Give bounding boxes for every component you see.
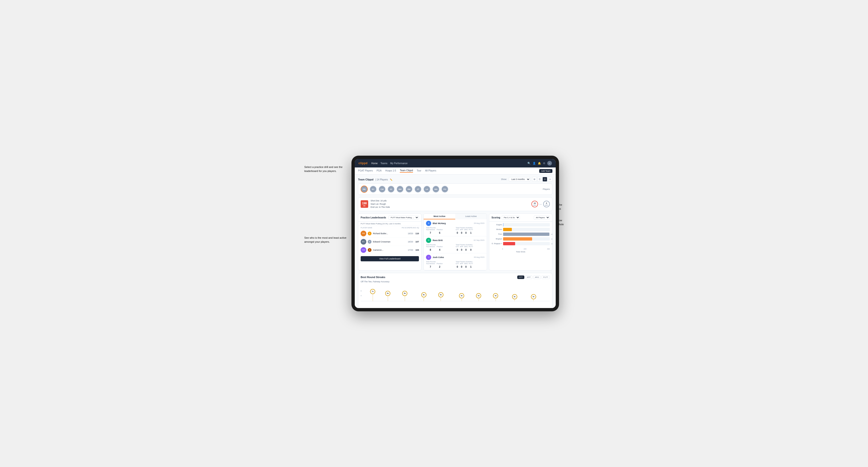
practice-stat-3: Practice2 (437, 263, 442, 269)
bar-track-bogeys: 311 (503, 237, 550, 241)
ott-1: OTT0 (456, 229, 459, 235)
streak-dot-10: 3x (531, 294, 536, 301)
bar-value-doublebogeys: 131 (552, 243, 552, 245)
shot-badge: 198 SC (361, 200, 368, 208)
avatar-6[interactable]: RM (405, 186, 412, 193)
card-view-icon[interactable]: ⊡ (542, 177, 547, 182)
activity-player-header-1: B Blair McHarg 26 Aug 2023 (426, 221, 484, 226)
activity-tabs: Most Active Least Active (424, 214, 487, 219)
streak-dot-3: 6x (402, 291, 407, 301)
avatars-row: RB EC CW JC BM RM JT LK MN PO Players (358, 184, 552, 195)
player-filter[interactable]: All Players (534, 216, 550, 220)
activity-player-header-2: R Rees Britt 02 Sep 2023 (426, 238, 484, 243)
tab-most-active[interactable]: Most Active (424, 214, 455, 219)
player-pb-score: 17/20 (408, 249, 413, 251)
rounds-label-1: Total Rounds (426, 227, 455, 228)
app-1: APP0 (460, 229, 463, 235)
settings-icon[interactable]: ⚙ (543, 162, 545, 165)
arg-2: ARG0 (464, 246, 468, 252)
avatar-3[interactable]: CW (379, 186, 385, 193)
user-avatar[interactable]: U (547, 161, 552, 165)
view-full-leaderboard-button[interactable]: View Full Leaderboard (361, 256, 419, 261)
add-team-button[interactable]: Add Team (539, 169, 552, 173)
ott-3: OTT0 (456, 263, 459, 269)
streak-value-8: 4x (493, 293, 498, 299)
streak-value-5: 5x (438, 292, 443, 298)
activity-player-1: B Blair McHarg 26 Aug 2023 Total Rounds (424, 219, 487, 236)
three-columns: Practice Leaderboards PUTT Must Make Put… (358, 214, 552, 271)
streak-value-4: 5x (421, 292, 427, 298)
activity-player-header-3: J Josh Coles 26 Aug 2023 (426, 255, 484, 260)
scoring-title: Scoring (492, 216, 500, 219)
people-icon[interactable]: 👤 (533, 162, 536, 165)
team-controls: Show: Last 3 months ⊞ ☰ ⊡ ≡ (501, 177, 552, 182)
putt-filter-btn[interactable]: PUTT (541, 276, 550, 279)
scoring-panel: Scoring Par 3, 4 & 5s All Players Eagles (489, 214, 552, 271)
practice-activities-1: Total Practice Activities OTT0 APP0 ARG0… (456, 227, 485, 235)
stats-view-icon[interactable]: ≡ (548, 177, 552, 182)
annotation-top-left: Select a practice drill and see the lead… (304, 165, 349, 173)
bar-row-pars: Pars 499 (492, 232, 550, 236)
activity-stats-1: Total Rounds Tournament 7 Practice (426, 227, 484, 235)
tab-pga[interactable]: PGA (376, 169, 381, 173)
player-name-3: Josh Coles (433, 256, 444, 258)
player-avatar: RB (361, 231, 366, 236)
team-name: Team Clippd (358, 178, 373, 181)
tab-hcaps[interactable]: Hcaps 1-5 (385, 169, 396, 173)
avatar-1[interactable]: RB (361, 186, 368, 193)
drill-select[interactable]: PUTT Must Make Putting ... (389, 216, 419, 220)
bar-fill-bogeys (503, 237, 532, 241)
avatar-2[interactable]: EC (370, 186, 377, 193)
player-name-1: Blair McHarg (433, 222, 446, 224)
arg-filter-btn[interactable]: ARG (533, 276, 540, 279)
nav-home[interactable]: Home (371, 162, 378, 165)
activity-player-3: J Josh Coles 26 Aug 2023 Total Rounds To… (424, 253, 487, 270)
tab-pgat[interactable]: PGAT Players (358, 169, 373, 173)
streak-dot-7: 4x (476, 293, 481, 301)
show-label: Show: (501, 178, 507, 181)
activity-panel: Most Active Least Active B Blair McHarg … (423, 214, 487, 271)
avatar-8[interactable]: LK (423, 186, 431, 193)
shot-details: Shot Dist: 16 yds Start Lie: Rough End L… (371, 199, 390, 209)
search-icon[interactable]: 🔍 (527, 162, 531, 165)
table-row: CW 3 Cameron... 17/20 103 (358, 246, 421, 254)
streak-dot-8: 4x (493, 293, 498, 301)
bar-track-birdies: 96 (503, 228, 550, 231)
player-pb-score: 19/20 (408, 232, 413, 235)
nav-my-performance[interactable]: My Performance (390, 162, 407, 165)
time-period-select[interactable]: Last 3 months (509, 177, 530, 181)
practice-activities-3: Total Practice Activities OTT0 APP0 ARG0… (456, 261, 485, 269)
avatar-5[interactable]: BM (397, 186, 404, 193)
tab-tour[interactable]: Tour (417, 169, 421, 173)
tab-all-players[interactable]: All Players (425, 169, 436, 173)
avatar-4[interactable]: JC (388, 186, 395, 193)
players-label: Players (543, 188, 550, 190)
hole-end: 0 yds (543, 201, 550, 207)
par-filter[interactable]: Par 3, 4 & 5s (502, 216, 520, 220)
activity-stats-3: Total Rounds Tournament7 Practice2 Total… (426, 261, 484, 269)
tab-team-clippd[interactable]: Team Clippd (400, 169, 413, 173)
streak-value-10: 3x (531, 294, 536, 299)
avatar-9[interactable]: MN (432, 186, 439, 193)
bell-icon[interactable]: 🔔 (538, 162, 541, 165)
avatar-10[interactable]: PO (441, 186, 448, 193)
bar-label-birdies: Birdies (492, 228, 502, 230)
bar-track-eagles: 3 (503, 223, 550, 226)
player-name: Cameron... (373, 249, 406, 251)
player-avg: 103 (415, 249, 419, 251)
bar-label-doublebogeys: D. Bogeys + (492, 243, 502, 245)
app-2: APP0 (460, 246, 463, 252)
app-filter-btn[interactable]: APP (525, 276, 532, 279)
edit-team-icon[interactable]: ✏️ (390, 179, 393, 181)
streaks-subtitle: Off The Tee, Fairway Accuracy (361, 280, 550, 283)
streaks-title: Best Round Streaks (361, 276, 385, 279)
ott-2: OTT0 (456, 246, 459, 252)
avatar-7[interactable]: JT (414, 186, 422, 193)
ott-filter-btn[interactable]: OTT (517, 276, 524, 279)
grid-view-icon[interactable]: ⊞ (532, 177, 537, 182)
practice-activities-label-1: Total Practice Activities (456, 227, 485, 228)
list-view-icon[interactable]: ☰ (537, 177, 542, 182)
streaks-section: Best Round Streaks OTT APP ARG PUTT Off … (358, 273, 552, 308)
tab-least-active[interactable]: Least Active (455, 214, 487, 219)
nav-teams[interactable]: Teams (380, 162, 387, 165)
